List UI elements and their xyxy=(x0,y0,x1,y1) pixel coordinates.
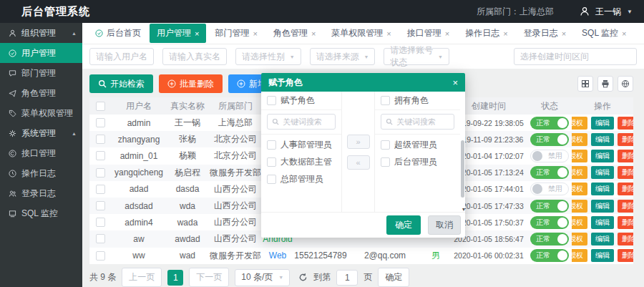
filter-input-5[interactable] xyxy=(514,48,637,65)
close-tab-icon[interactable]: × xyxy=(311,29,316,38)
close-tab-icon[interactable]: × xyxy=(562,29,566,38)
transfer-left-button[interactable]: « xyxy=(347,155,370,170)
sidebar-item-3[interactable]: 角色管理 xyxy=(0,83,82,103)
sidebar-item-5[interactable]: 系统管理▲ xyxy=(0,123,82,143)
delete-button[interactable]: 删除 xyxy=(618,150,633,162)
sidebar-item-9[interactable]: SQL 监控 xyxy=(0,203,82,223)
jump-confirm-button[interactable]: 确定 xyxy=(378,268,409,287)
assign-roles-search-input[interactable]: 关键词搜索 xyxy=(267,114,336,130)
authorize-button[interactable]: 授权 xyxy=(572,200,587,213)
row-checkbox[interactable] xyxy=(96,251,105,261)
authorize-button[interactable]: 授权 xyxy=(572,117,587,130)
role-checkbox[interactable] xyxy=(267,140,276,150)
delete-button[interactable]: 删除 xyxy=(618,233,633,245)
role-item[interactable]: 总部管理员 xyxy=(267,173,336,185)
sidebar-item-6[interactable]: 接口管理 xyxy=(0,143,82,163)
tab-3[interactable]: 角色管理× xyxy=(266,24,323,43)
owned-roles-search-input[interactable]: 关键词搜索 xyxy=(381,114,454,130)
owned-roles-checkbox[interactable] xyxy=(381,96,390,105)
assign-roles-checkbox[interactable] xyxy=(267,96,276,105)
edit-button[interactable]: 编辑 xyxy=(591,117,614,130)
close-tab-icon[interactable]: × xyxy=(253,29,257,38)
filter-select-4[interactable]: 请选择账号状态▼ xyxy=(384,48,449,65)
sidebar-item-2[interactable]: 部门管理 xyxy=(0,63,82,83)
close-tab-icon[interactable]: × xyxy=(386,29,391,38)
scrollbar-thumb[interactable] xyxy=(461,140,464,198)
username[interactable]: 王一锅 xyxy=(595,6,621,18)
print-icon[interactable] xyxy=(597,76,613,92)
search-button[interactable]: 开始检索 xyxy=(89,74,153,93)
row-checkbox[interactable] xyxy=(96,118,105,127)
delete-button[interactable]: 删除 xyxy=(618,166,633,179)
edit-button[interactable]: 编辑 xyxy=(591,249,614,262)
close-tab-icon[interactable]: × xyxy=(195,29,199,38)
delete-button[interactable]: 删除 xyxy=(618,183,633,195)
filter-select-2[interactable]: 请选择性别▼ xyxy=(235,48,301,65)
tab-8[interactable]: SQL 监控× xyxy=(575,24,633,43)
prev-page-button[interactable]: 上一页 xyxy=(122,268,162,287)
edit-button[interactable]: 编辑 xyxy=(591,150,614,162)
row-checkbox[interactable] xyxy=(96,201,105,210)
filter-input-1[interactable] xyxy=(162,48,227,65)
close-tab-icon[interactable]: × xyxy=(445,29,449,38)
sidebar-item-1[interactable]: 用户管理 xyxy=(0,43,82,63)
transfer-right-button[interactable]: » xyxy=(347,135,370,149)
cancel-button[interactable]: 取消 xyxy=(428,215,461,235)
close-icon[interactable]: × xyxy=(452,77,458,88)
status-toggle[interactable]: 正常 xyxy=(530,200,569,213)
row-checkbox[interactable] xyxy=(96,168,105,177)
close-tab-icon[interactable]: × xyxy=(622,29,626,38)
status-toggle[interactable]: 正常 xyxy=(530,249,569,262)
delete-button[interactable]: 删除 xyxy=(618,249,633,262)
role-item[interactable]: 人事部管理员 xyxy=(267,139,336,151)
page-size-select[interactable]: 10 条/页 ▼ xyxy=(235,269,290,286)
sidebar-item-0[interactable]: 组织管理▲ xyxy=(0,23,82,43)
role-checkbox[interactable] xyxy=(381,157,390,167)
status-toggle[interactable]: 禁用 xyxy=(530,183,569,195)
tab-1[interactable]: 用户管理× xyxy=(150,24,206,43)
authorize-button[interactable]: 授权 xyxy=(572,249,587,262)
column-filter-icon[interactable] xyxy=(577,76,593,92)
tab-5[interactable]: 接口管理× xyxy=(400,24,457,43)
status-toggle[interactable]: 正常 xyxy=(530,166,569,179)
authorize-button[interactable]: 授权 xyxy=(572,233,587,245)
row-checkbox[interactable] xyxy=(96,151,105,160)
row-checkbox[interactable] xyxy=(96,185,105,194)
chevron-down-icon[interactable]: ▼ xyxy=(627,9,633,15)
delete-button[interactable]: 删除 xyxy=(618,216,633,229)
select-all-checkbox[interactable] xyxy=(96,102,105,111)
next-page-button[interactable]: 下一页 xyxy=(189,268,229,287)
status-toggle[interactable]: 正常 xyxy=(530,133,569,146)
delete-button[interactable]: 删除 xyxy=(618,117,633,130)
filter-input-0[interactable] xyxy=(89,48,154,65)
authorize-button[interactable]: 授权 xyxy=(572,216,587,229)
authorize-button[interactable]: 授权 xyxy=(572,133,587,146)
role-item[interactable]: 后台管理员 xyxy=(381,156,454,168)
jump-page-input[interactable] xyxy=(336,270,358,286)
authorize-button[interactable]: 授权 xyxy=(572,183,587,195)
edit-button[interactable]: 编辑 xyxy=(591,166,614,179)
sidebar-item-7[interactable]: 操作日志 xyxy=(0,163,82,183)
row-checkbox[interactable] xyxy=(96,135,105,144)
delete-button[interactable]: 删除 xyxy=(618,133,633,146)
role-checkbox[interactable] xyxy=(267,157,276,167)
tab-7[interactable]: 登录日志× xyxy=(517,24,573,43)
batch-delete-button[interactable]: 批量删除 xyxy=(159,74,223,93)
row-checkbox[interactable] xyxy=(96,218,105,227)
role-item[interactable]: 超级管理员 xyxy=(381,139,454,151)
tab-6[interactable]: 操作日志× xyxy=(458,24,514,43)
tab-2[interactable]: 部门管理× xyxy=(208,24,264,43)
status-toggle[interactable]: 禁用 xyxy=(530,150,569,162)
modal-scrollbar[interactable]: ▾ xyxy=(460,93,464,212)
sidebar-item-8[interactable]: 登录日志 xyxy=(0,183,82,203)
tab-0[interactable]: 后台首页 xyxy=(88,24,148,43)
tab-4[interactable]: 菜单权限管理× xyxy=(324,24,398,43)
role-item[interactable]: 大数据部主管 xyxy=(267,156,336,168)
export-icon[interactable] xyxy=(618,76,633,92)
role-checkbox[interactable] xyxy=(267,175,276,184)
authorize-button[interactable]: 授权 xyxy=(572,150,587,162)
refresh-icon[interactable] xyxy=(298,273,308,282)
edit-button[interactable]: 编辑 xyxy=(591,233,614,245)
confirm-button[interactable]: 确定 xyxy=(386,215,421,235)
filter-select-3[interactable]: 请选择来源▼ xyxy=(310,48,376,65)
